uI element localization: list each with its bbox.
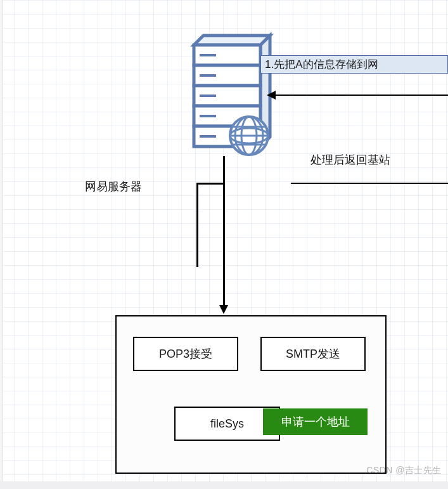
connector-elbow-v (196, 185, 198, 267)
apply-label: 申请一个地址 (281, 414, 350, 429)
arrow-to-server-head (267, 91, 276, 100)
arrow-to-server-line (275, 95, 448, 96)
watermark: CSDN @吉士先生 (366, 465, 442, 476)
smtp-label: SMTP发送 (286, 346, 340, 362)
server-icon (172, 29, 276, 159)
connector-elbow-h (196, 183, 225, 185)
arrow-to-container-head (219, 305, 228, 314)
apply-address-button[interactable]: 申请一个地址 (263, 408, 368, 435)
smtp-box: SMTP发送 (260, 337, 366, 371)
pop3-label: POP3接受 (159, 346, 212, 362)
connector-vertical (223, 156, 225, 306)
step-1-text: 1.先把A的信息存储到网 (265, 57, 378, 72)
step-1-info-box: 1.先把A的信息存储到网 (260, 55, 448, 74)
bottom-bar (0, 481, 448, 489)
return-line (291, 183, 448, 184)
pop3-box: POP3接受 (133, 337, 238, 371)
ruler-left (0, 0, 3, 489)
return-label: 处理后返回基站 (310, 152, 390, 167)
server-label: 网易服务器 (85, 179, 142, 194)
filesystem-label: fileSys (210, 417, 244, 431)
